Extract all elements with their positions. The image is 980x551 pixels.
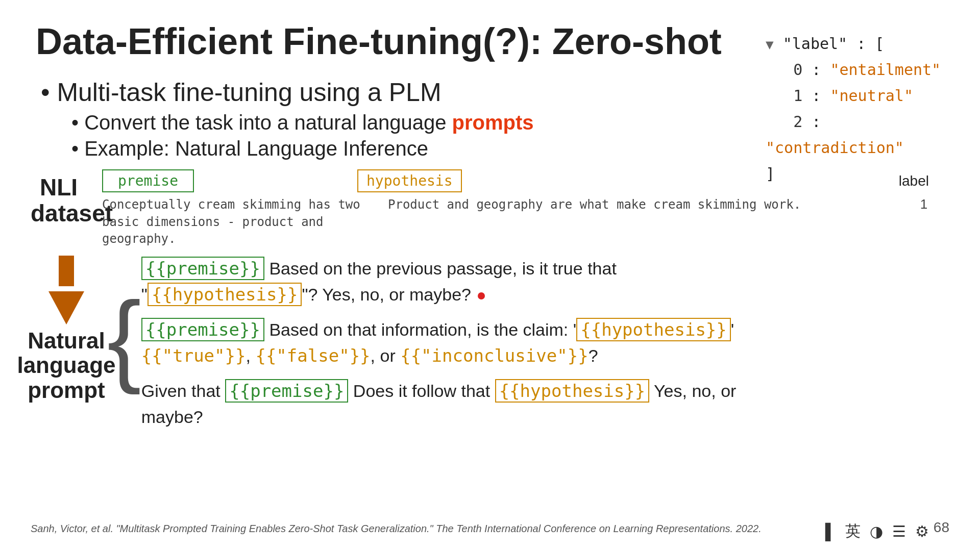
false-tag: {{"false"}} bbox=[255, 345, 370, 366]
hypothesis-tag-1: {{hypothesis}} bbox=[148, 283, 302, 306]
page-number: 68 bbox=[934, 519, 949, 536]
json-item-1: 1 : "neutral" bbox=[766, 83, 960, 109]
toolbar: ▌ 英 ◑ ☰ ⚙ bbox=[825, 521, 929, 542]
slide: Data-Efficient Fine-tuning(?): Zero-shot… bbox=[0, 0, 980, 551]
premise-tag-3: {{premise}} bbox=[225, 379, 348, 403]
left-bracket: { bbox=[107, 287, 141, 389]
arrow-stem bbox=[59, 256, 74, 286]
cell-label-val: 1 bbox=[919, 196, 949, 212]
premise-tag-1: {{premise}} bbox=[141, 257, 264, 280]
prompt-line-1: {{premise}} Based on the previous passag… bbox=[141, 256, 949, 308]
json-item-2: 2 : "contradiction" bbox=[766, 109, 960, 161]
col-premise-header: premise bbox=[102, 169, 194, 192]
json-item-0: 0 : "entailment" bbox=[766, 57, 960, 83]
prompt-line-3: Given that {{premise}} Does it follow th… bbox=[141, 378, 949, 430]
citation-text: Sanh, Victor, et al. "Multitask Prompted… bbox=[31, 523, 762, 534]
toolbar-icon-settings[interactable]: ⚙ bbox=[915, 522, 929, 540]
prompts-area: { {{premise}} Based on the previous pass… bbox=[107, 256, 949, 430]
prompts-container: {{premise}} Based on the previous passag… bbox=[141, 256, 949, 430]
section-with-arrow: Naturallanguageprompt { {{premise}} Base… bbox=[31, 256, 949, 430]
col-hypothesis-header: hypothesis bbox=[357, 169, 462, 192]
toolbar-icon-theme[interactable]: ◑ bbox=[870, 522, 883, 540]
toolbar-icon-lang[interactable]: 英 bbox=[845, 521, 861, 542]
hypothesis-tag-3: {{hypothesis}} bbox=[495, 379, 650, 403]
premise-tag-2: {{premise}} bbox=[141, 318, 264, 341]
prompts-highlight: prompts bbox=[452, 111, 534, 134]
arrow-down bbox=[48, 291, 84, 324]
cell-hypothesis: Product and geography are what make crea… bbox=[388, 196, 919, 214]
cell-premise: Conceptually cream skimming has two basi… bbox=[102, 196, 388, 248]
red-dot bbox=[478, 292, 485, 299]
json-label-line: ▼ "label" : [ bbox=[766, 31, 960, 57]
citation: Sanh, Victor, et al. "Multitask Prompted… bbox=[31, 521, 878, 536]
hypothesis-tag-2: {{hypothesis}} bbox=[576, 318, 731, 341]
prompt-line-2: {{premise}} Based on that information, i… bbox=[141, 317, 949, 369]
nli-label: NLIdataset bbox=[31, 174, 87, 226]
left-labels: Naturallanguageprompt bbox=[31, 256, 102, 430]
nl-label: Naturallanguageprompt bbox=[17, 329, 115, 403]
json-panel: ▼ "label" : [ 0 : "entailment" 1 : "neut… bbox=[766, 31, 960, 187]
toolbar-icon-menu[interactable]: ☰ bbox=[892, 522, 906, 540]
true-tag: {{"true"}} bbox=[141, 345, 246, 366]
inconclusive-tag: {{"inconclusive"}} bbox=[400, 345, 588, 366]
toolbar-icon-1[interactable]: ▌ bbox=[825, 523, 836, 540]
json-close: ] bbox=[766, 161, 960, 187]
table-row: Conceptually cream skimming has two basi… bbox=[102, 196, 949, 248]
